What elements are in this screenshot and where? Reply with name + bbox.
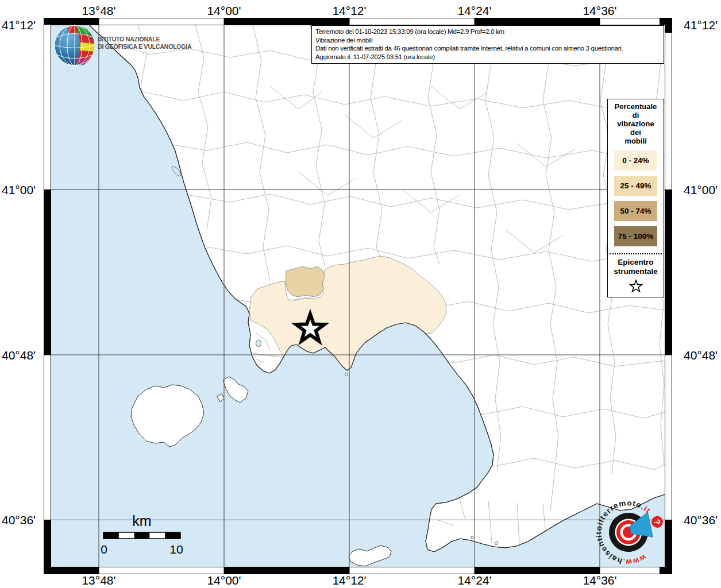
- area-class-25-49: [286, 266, 325, 297]
- tick-label: 40°36': [2, 513, 36, 527]
- tick-label: 14°00': [207, 574, 241, 587]
- tick-label: 40°36': [684, 513, 718, 527]
- legend-divider: [610, 253, 662, 254]
- tick-label: 14°24': [457, 4, 491, 17]
- axis-labels-left: 41°12' 41°00' 40°48' 40°36': [2, 18, 36, 527]
- event-updated: Aggiornato il: 11-07-2025 03:51 (ora loc…: [315, 53, 660, 61]
- lake-fusaro: [256, 340, 261, 347]
- map-interior: ? www.haisentitoilterremoto.it: [51, 25, 669, 571]
- legend-swatch-0-24: 0 - 24%: [614, 150, 657, 171]
- tick-label: 14°36': [583, 574, 616, 587]
- scale-bar-end: 10: [169, 543, 183, 556]
- tick-label: 14°00': [207, 4, 241, 17]
- tick-label: 41°00': [2, 183, 36, 196]
- legend-epicenter-label: Epicentro strumentale: [608, 258, 664, 276]
- islet-nisida: [345, 373, 348, 376]
- legend-title: Percentuale di vibrazione dei mobili: [608, 102, 664, 145]
- tick-label: 14°24': [457, 574, 491, 587]
- axis-labels-top: 13°48' 14°00' 14°12' 14°24' 14°36': [82, 4, 616, 17]
- tick-label: 40°48': [2, 349, 36, 362]
- legend-swatch-75-100: 75 - 100%: [614, 226, 657, 246]
- legend: Percentuale di vibrazione dei mobili 0 -…: [607, 99, 664, 297]
- ingv-shakemap-page: ? www.haisentitoilterremoto.it: [0, 0, 721, 588]
- tick-label: 14°12': [332, 4, 366, 17]
- star-icon: [628, 278, 644, 293]
- ingv-name-line2: DI GEOFISICA E VULCANOLOGIA: [98, 43, 191, 51]
- legend-swatch-25-49: 25 - 49%: [614, 176, 657, 196]
- tick-label: 14°36': [583, 4, 616, 17]
- scale-bar-start: 0: [101, 543, 107, 556]
- axis-labels-right: 41°12' 41°00' 40°48' 40°36': [684, 18, 718, 527]
- event-data-note: Dati non verificati estratti da 46 quest…: [315, 44, 660, 53]
- islet: [471, 536, 473, 539]
- scale-bar-unit: km: [132, 513, 151, 529]
- tick-label: 41°12': [684, 18, 718, 32]
- ingv-wordmark: ISTITUTO NAZIONALE DI GEOFISICA E VULCAN…: [98, 36, 191, 51]
- tick-label: 14°12': [332, 574, 366, 587]
- event-info-box: Terremoto del 01-10-2023 15:33:09 (ora l…: [311, 25, 664, 64]
- legend-swatch-50-74: 50 - 74%: [614, 201, 657, 221]
- tick-label: 41°12': [2, 18, 36, 32]
- event-subtitle: Vibrazione dei mobili: [315, 36, 660, 45]
- axis-labels-bottom: 13°48' 14°00' 14°12' 14°24' 14°36': [82, 574, 616, 587]
- tick-label: 13°48': [82, 4, 115, 17]
- tick-label: 40°48': [684, 349, 718, 362]
- tick-label: 41°00': [684, 183, 718, 196]
- islet: [495, 542, 498, 545]
- event-title: Terremoto del 01-10-2023 15:33:09 (ora l…: [315, 28, 660, 36]
- ingv-name-line1: ISTITUTO NAZIONALE: [98, 36, 191, 43]
- tick-label: 13°48': [82, 574, 115, 587]
- ingv-logo: [55, 25, 95, 65]
